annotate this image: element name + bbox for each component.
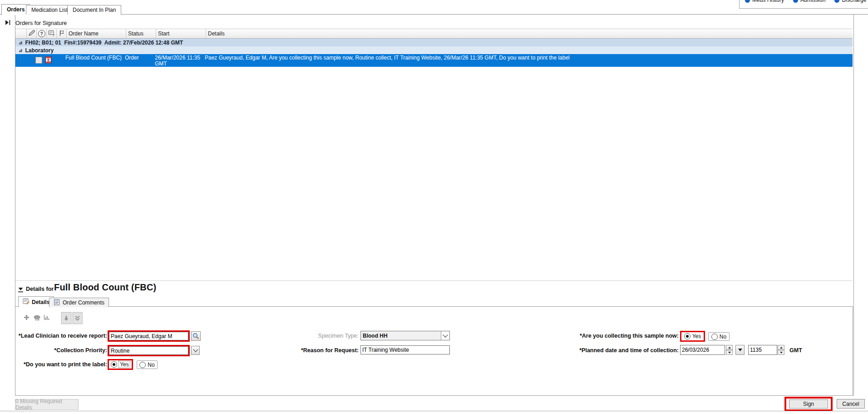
lead-clinician-required-box bbox=[108, 330, 190, 342]
collapse-triangle-icon: ⊿ bbox=[19, 48, 22, 53]
specimen-type-label: Specimen Type: bbox=[277, 333, 359, 339]
tab-medication-list-label: Medication List bbox=[31, 7, 68, 13]
no-label: No bbox=[148, 362, 154, 368]
details-for-label: Details for bbox=[26, 286, 54, 292]
sign-button[interactable]: Sign bbox=[789, 399, 828, 409]
print-label-label: *Do you want to print the label: bbox=[16, 361, 107, 368]
planned-time-input[interactable] bbox=[748, 345, 777, 355]
time-spinner[interactable] bbox=[778, 345, 784, 355]
collecting-now-label: *Are you collecting this sample now: bbox=[577, 333, 679, 339]
spinner-down-icon[interactable] bbox=[778, 350, 784, 355]
status-dot-icon bbox=[834, 0, 839, 3]
chevron-down-icon[interactable] bbox=[441, 331, 449, 340]
orders-for-signature-title: Orders for Signature bbox=[15, 20, 67, 26]
radio-unselected-icon[interactable] bbox=[711, 334, 718, 340]
details-tab-icon bbox=[23, 298, 30, 306]
tab-order-comments-label: Order Comments bbox=[63, 299, 104, 306]
reason-for-request-label: *Reason for Request: bbox=[277, 347, 359, 354]
double-chevron-down-icon bbox=[75, 315, 80, 321]
lead-clinician-input[interactable] bbox=[109, 332, 188, 340]
tab-document-in-plan-label: Document In Plan bbox=[73, 7, 116, 13]
recon-label: Discharge bbox=[842, 0, 866, 3]
comment-column-header[interactable]: ? bbox=[47, 29, 57, 38]
collection-priority-required-box bbox=[108, 345, 190, 356]
timezone-label: GMT bbox=[789, 347, 802, 354]
order-row-checkbox[interactable] bbox=[35, 57, 42, 64]
question-column-header[interactable]: ? bbox=[37, 29, 47, 38]
spinner-up-icon[interactable] bbox=[726, 345, 733, 350]
chevron-down-icon bbox=[193, 347, 198, 352]
collecting-yes-option[interactable]: Yes bbox=[684, 333, 701, 339]
collecting-yes-required-box: Yes bbox=[680, 331, 705, 342]
group-row-laboratory[interactable]: ⊿ Laboratory bbox=[15, 46, 853, 54]
calendar-dropdown-button[interactable] bbox=[735, 345, 745, 355]
tab-orders-label: Orders bbox=[7, 6, 25, 13]
group-row-encounter[interactable]: ⊿ FH02; B01; 01 Fin#:15979439 Admit: 27/… bbox=[15, 39, 853, 46]
status-dot-icon bbox=[745, 0, 750, 3]
specimen-type-combo[interactable]: Blood HH bbox=[360, 331, 450, 340]
window-bottom-divider bbox=[0, 411, 868, 411]
add-detail-icon bbox=[24, 314, 30, 322]
svg-text:?: ? bbox=[52, 33, 54, 36]
reason-for-request-input[interactable] bbox=[360, 345, 450, 354]
column-order-name[interactable]: Order Name bbox=[67, 29, 126, 38]
radio-unselected-icon[interactable] bbox=[139, 362, 146, 368]
collapse-pane-icon[interactable] bbox=[5, 19, 11, 27]
planned-datetime-label: *Planned date and time of collection: bbox=[567, 347, 679, 354]
yes-label: Yes bbox=[692, 333, 701, 339]
cancel-button[interactable]: Cancel bbox=[837, 399, 865, 409]
orders-table: ? ? Order Name Status Start Details ⊿ FH… bbox=[15, 29, 853, 67]
collection-priority-label: *Collection Priority: bbox=[16, 347, 107, 354]
recon-discharge[interactable]: Discharge bbox=[834, 0, 866, 3]
offset-button-group bbox=[61, 312, 83, 324]
recon-admission[interactable]: Admission bbox=[793, 0, 825, 3]
offset-down-button bbox=[61, 312, 71, 324]
magnifier-icon bbox=[192, 333, 199, 339]
order-type-icon bbox=[45, 56, 52, 65]
column-status[interactable]: Status bbox=[126, 29, 156, 38]
category-group-label: Laboratory bbox=[25, 47, 54, 54]
recon-meds-history[interactable]: Meds History bbox=[745, 0, 784, 3]
no-label: No bbox=[720, 334, 726, 340]
print-label-no-option[interactable]: No bbox=[137, 360, 158, 369]
column-start[interactable]: Start bbox=[156, 29, 206, 38]
details-order-title: Full Blood Count (FBC) bbox=[54, 282, 156, 293]
flag-column-header[interactable] bbox=[57, 29, 67, 38]
missing-required-details-button: 0 Missing Required Details bbox=[15, 399, 79, 410]
details-pane-divider bbox=[15, 280, 853, 281]
spinner-up-icon[interactable] bbox=[778, 345, 784, 350]
collecting-no-option[interactable]: No bbox=[708, 332, 730, 341]
dose-chart-icon bbox=[44, 314, 50, 322]
print-label-yes-option[interactable]: Yes bbox=[111, 361, 130, 368]
priority-dropdown-button[interactable] bbox=[191, 346, 200, 355]
tab-medication-list[interactable]: Medication List bbox=[26, 5, 73, 15]
date-spinner[interactable] bbox=[726, 345, 733, 355]
recon-label: Meds History bbox=[752, 0, 784, 3]
radio-selected-icon[interactable] bbox=[684, 333, 690, 339]
tab-order-comments[interactable]: Order Comments bbox=[49, 298, 109, 307]
orders-table-header: ? ? Order Name Status Start Details bbox=[15, 29, 853, 39]
yes-label: Yes bbox=[119, 361, 130, 368]
order-comments-tab-icon bbox=[54, 299, 60, 307]
tab-document-in-plan[interactable]: Document In Plan bbox=[67, 5, 121, 15]
column-details[interactable]: Details bbox=[206, 29, 853, 38]
recon-label: Admission bbox=[800, 0, 825, 3]
sign-column-header[interactable] bbox=[27, 29, 37, 38]
specimen-type-value: Blood HH bbox=[361, 333, 441, 339]
collection-priority-input[interactable] bbox=[109, 346, 188, 355]
order-start-cell: 26/Mar/2026 11:35 GMT bbox=[155, 55, 202, 67]
print-label-yes-required-box: Yes bbox=[108, 359, 133, 370]
encounter-group-label: FH02; B01; 01 Fin#:15979439 Admit: 27/Fe… bbox=[25, 40, 183, 46]
spinner-down-icon[interactable] bbox=[726, 350, 733, 355]
order-row-selected[interactable]: Full Blood Count (FBC) Order 26/Mar/2026… bbox=[15, 54, 853, 67]
order-details-cell: Paez Gueyraud, Edgar M, Are you collecti… bbox=[205, 55, 570, 61]
order-status-cell: Order bbox=[125, 55, 139, 61]
lead-clinician-label: *Lead Clinician to receive report: bbox=[16, 333, 107, 339]
planned-date-input[interactable] bbox=[680, 345, 725, 355]
question-icon: ? bbox=[38, 30, 45, 37]
pen-sign-icon bbox=[28, 30, 35, 38]
radio-selected-icon[interactable] bbox=[111, 361, 117, 368]
collapse-details-icon[interactable] bbox=[18, 286, 23, 294]
tab-details-label: Details bbox=[32, 299, 49, 305]
clinician-search-button[interactable] bbox=[191, 331, 201, 341]
